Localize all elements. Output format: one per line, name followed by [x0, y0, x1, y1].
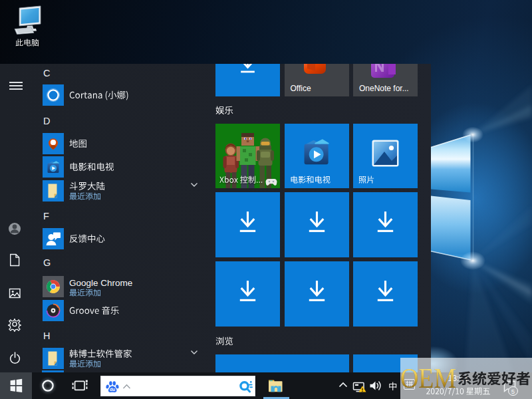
app-badge-douluo [69, 192, 101, 200]
file-explorer-button[interactable] [263, 372, 289, 399]
user-icon [0, 213, 32, 245]
app-section-header-G[interactable]: G [43, 257, 51, 269]
menu-expand-button[interactable] [0, 64, 32, 96]
ime-indicator [388, 382, 398, 391]
file-explorer-icon [263, 372, 289, 399]
tile-group-label-entertainment[interactable] [215, 106, 233, 115]
watermark-brand-oem: OEM [400, 364, 465, 392]
tile-download-pending[interactable] [285, 261, 349, 327]
app-section-header-H[interactable]: H [43, 331, 50, 342]
app-name-douluo [69, 182, 105, 191]
ime-language-button[interactable] [385, 372, 400, 399]
cortana-app-icon [43, 84, 64, 106]
tile-office[interactable]: Office [285, 64, 349, 96]
search-engine-icon [238, 380, 253, 394]
tile-download-pending[interactable] [353, 261, 418, 327]
app-row-movies-tv[interactable] [35, 154, 205, 180]
watermark-name [458, 371, 531, 386]
tile-label-photos [358, 176, 374, 184]
app-row-cortana[interactable] [35, 82, 205, 108]
network-warning-icon [352, 372, 369, 399]
gamepad-icon [265, 178, 277, 186]
tile-label-onenote: OneNote for... [359, 84, 409, 93]
chevron-down-icon[interactable] [190, 350, 198, 355]
cortana-button[interactable] [32, 372, 64, 399]
app-section-header-C[interactable]: C [43, 68, 50, 79]
taskbar-search-input[interactable]: du [100, 376, 255, 396]
tile-download-pending-wide[interactable] [215, 354, 349, 372]
groove-music-app-icon [43, 300, 64, 321]
hanboshi-app-icon [43, 348, 64, 369]
app-section-header-F[interactable]: F [43, 211, 49, 222]
app-badge-hanboshi [69, 360, 101, 368]
volume-button[interactable] [369, 372, 385, 399]
settings-button[interactable] [0, 309, 32, 340]
app-row-douluo[interactable] [35, 178, 205, 207]
feedback-hub-app-icon [43, 228, 64, 249]
tile-onenote[interactable]: OneNote for... [353, 64, 418, 96]
chevron-down-icon[interactable] [190, 182, 198, 188]
tile-label-xbox [219, 176, 263, 184]
cortana-circle-icon [32, 372, 64, 399]
desktop-icon-this-pc[interactable] [0, 0, 60, 52]
app-name-groove [69, 306, 119, 315]
tile-xbox-console[interactable] [215, 124, 280, 188]
desktop-icon-label [15, 39, 39, 47]
tile-download-pending[interactable] [215, 64, 280, 96]
task-view-button[interactable] [64, 372, 96, 399]
app-name-movies-tv [69, 162, 114, 172]
app-section-header-D[interactable]: D [43, 116, 50, 127]
baidu-logo-icon: du [105, 380, 120, 394]
network-status-button[interactable] [352, 372, 369, 399]
movies-tv-app-icon [43, 156, 64, 178]
app-name-feedback-hub [69, 234, 105, 243]
tile-movies-tv[interactable] [285, 124, 349, 188]
tile-photos[interactable] [353, 124, 418, 188]
app-name-chrome: Google Chrome [69, 278, 132, 289]
chrome-app-icon [43, 276, 64, 297]
power-button[interactable] [0, 341, 32, 373]
tile-group-label-browse[interactable] [215, 336, 233, 346]
task-view-icon [64, 372, 96, 399]
app-row-maps[interactable] [35, 130, 205, 157]
user-account-button[interactable] [0, 213, 32, 245]
app-name-cortana [69, 90, 129, 100]
documents-button[interactable] [0, 244, 32, 276]
screen: C D F G H Google Chrome Office OneNote f… [0, 0, 532, 399]
start-menu-panel: C D F G H Google Chrome Office OneNote f… [0, 64, 431, 372]
gear-icon [0, 309, 32, 340]
tile-label-office: Office [291, 84, 311, 93]
app-badge-chrome [69, 289, 101, 297]
douluo-app-icon [43, 180, 64, 201]
chevron-up-icon [334, 372, 352, 399]
document-icon [0, 244, 32, 276]
speaker-icon [369, 372, 385, 399]
chevron-up-icon[interactable] [122, 384, 131, 390]
app-row-groove[interactable] [35, 297, 205, 324]
tile-download-pending[interactable] [215, 192, 280, 257]
tile-download-pending[interactable] [215, 261, 280, 327]
tray-show-hidden-button[interactable] [334, 372, 352, 399]
hamburger-icon [0, 64, 32, 96]
tile-label-movies-tv [290, 176, 331, 184]
pictures-icon [0, 277, 32, 309]
tile-download-pending[interactable] [285, 192, 349, 257]
app-name-maps [69, 139, 87, 148]
pictures-button[interactable] [0, 277, 32, 309]
power-icon [0, 341, 32, 373]
windows-logo-icon [0, 372, 32, 399]
svg-text:du: du [110, 387, 115, 392]
maps-app-icon [43, 133, 64, 154]
app-name-hanboshi [69, 349, 132, 358]
app-row-feedback-hub[interactable] [35, 225, 205, 252]
start-button[interactable] [0, 372, 32, 399]
tile-download-pending[interactable] [353, 192, 418, 257]
